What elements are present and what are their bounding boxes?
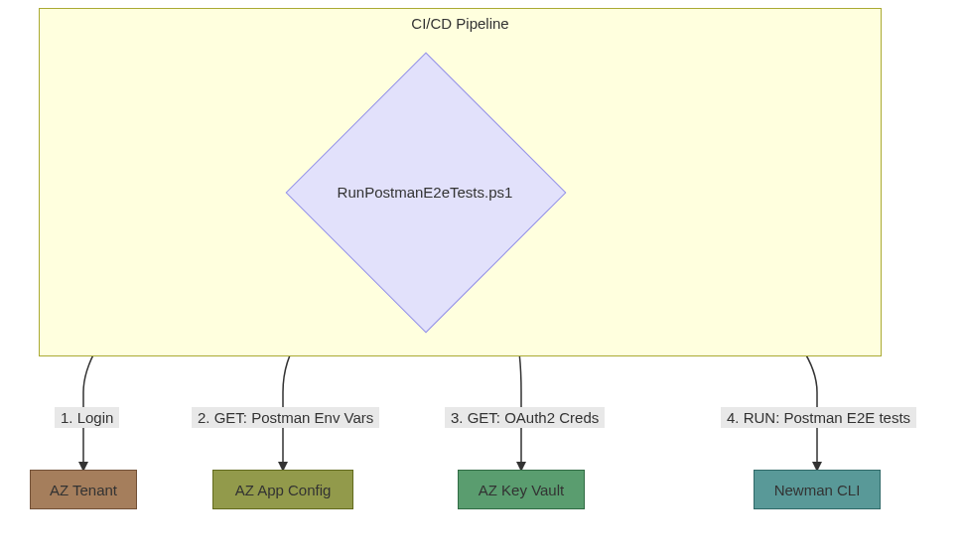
newman-node: Newman CLI [754, 470, 881, 509]
newman-node-label: Newman CLI [774, 482, 861, 498]
pipeline-container-title: CI/CD Pipeline [40, 15, 881, 32]
edge-login-label: 1. Login [55, 407, 119, 428]
keyvault-node: AZ Key Vault [458, 470, 585, 509]
edge-creds-label: 3. GET: OAuth2 Creds [445, 407, 605, 428]
appconfig-node: AZ App Config [212, 470, 353, 509]
tenant-node-label: AZ Tenant [50, 482, 117, 498]
edge-envvars-label: 2. GET: Postman Env Vars [192, 407, 379, 428]
keyvault-node-label: AZ Key Vault [479, 482, 564, 498]
tenant-node: AZ Tenant [30, 470, 137, 509]
appconfig-node-label: AZ App Config [235, 482, 332, 498]
edge-run-label: 4. RUN: Postman E2E tests [721, 407, 916, 428]
